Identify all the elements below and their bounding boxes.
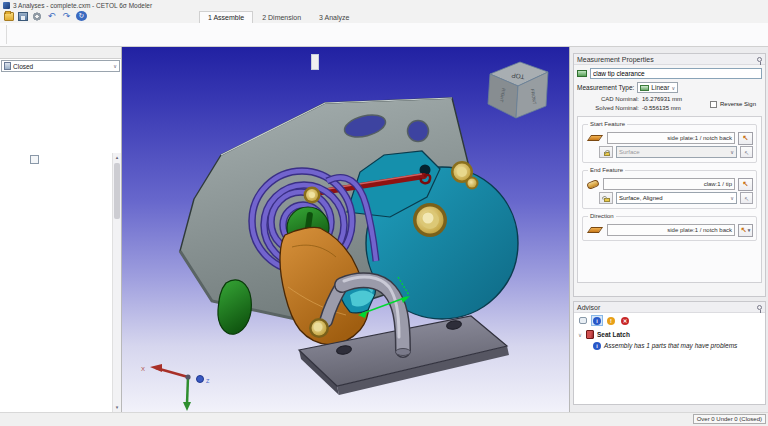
advisor-error-filter-button[interactable]: ✕ — [619, 315, 631, 326]
reverse-sign-label: Reverse Sign — [720, 101, 756, 107]
ribbon-separator — [6, 25, 7, 44]
solved-nominal-label: Solved Nominal: — [577, 104, 639, 113]
view-cube[interactable]: TOP RIGHT FRONT — [488, 62, 548, 118]
cam-pin — [309, 318, 329, 338]
measurement-name-input[interactable] — [590, 68, 762, 79]
add-dimension-button[interactable] — [30, 155, 39, 164]
info-icon: i — [593, 342, 601, 350]
measurement-type-label: Measurement Type: — [577, 84, 634, 91]
cad-nominal-value: 16.276931 mm — [642, 95, 682, 104]
settings-icon[interactable] — [32, 12, 42, 21]
ribbon-tab-1-assemble[interactable]: 1 Assemble — [199, 11, 253, 23]
solved-nominal-value: -0.556135 mm — [642, 104, 681, 113]
chevron-down-icon: ▾ — [748, 227, 751, 233]
measurement-tree — [0, 73, 121, 152]
direction-field[interactable]: side plate:1 / notch back — [607, 224, 735, 236]
state-filter-value: Closed — [13, 63, 111, 70]
measurement-type-dropdown[interactable]: Linear ∨ — [637, 82, 678, 93]
info-icon: i — [593, 317, 601, 325]
undo-icon[interactable]: ↶ — [46, 12, 57, 21]
ribbon-tab-3-analyze[interactable]: 3 Analyze — [310, 11, 358, 23]
status-over-under: Over 0 Under 0 (Closed) — [693, 414, 766, 424]
start-feature-field[interactable]: side plate:1 / notch back — [607, 132, 735, 144]
pin-icon[interactable] — [757, 305, 762, 310]
quick-access-toolbar: ↶↷↻ — [0, 11, 91, 23]
start-feature-group: Start Feature side plate:1 / notch back … — [582, 124, 757, 163]
measurement-type-value: Linear — [651, 84, 669, 91]
ribbon-tabs: 1 Assemble2 Dimension3 Analyze — [199, 11, 358, 23]
start-surface-pick-button[interactable]: ↖ — [740, 146, 753, 158]
3d-model[interactable]: TOP RIGHT FRONT X Y Z — [122, 47, 569, 412]
end-feature-label: End Feature — [588, 167, 625, 173]
tree-toolbar — [0, 153, 121, 165]
start-surface-type-dropdown[interactable]: Surface ∨ — [616, 146, 737, 158]
end-feature-pick-button[interactable]: ↖ — [738, 178, 753, 191]
plate-round-hole — [408, 121, 429, 142]
end-feature-group: End Feature claw:1 / tip ↖ Surface, Alig… — [582, 170, 757, 209]
open-folder-icon[interactable] — [4, 12, 14, 21]
window-title: 3 Analyses - complete.cxm - CETOL 6σ Mod… — [13, 2, 152, 9]
advisor-message-row[interactable]: i Assembly has 1 parts that may have pro… — [577, 340, 762, 351]
pin-icon[interactable] — [757, 57, 762, 62]
chevron-down-icon: ∨ — [730, 149, 734, 155]
plane-feature-icon — [587, 227, 603, 233]
tree-scrollbar[interactable]: ▴ ▾ — [112, 153, 121, 412]
advisor-root-label: Seat Latch — [597, 331, 630, 338]
cylinder-feature-icon — [586, 179, 600, 190]
advisor-info-filter-button[interactable]: i — [591, 315, 603, 326]
latch-hook-part[interactable] — [218, 280, 251, 334]
end-surface-type-dropdown[interactable]: Surface, Aligned ∨ — [616, 192, 737, 204]
closed-state-icon — [4, 62, 11, 70]
3d-viewport[interactable]: TOP RIGHT FRONT X Y Z — [122, 47, 569, 412]
main-area: Closed ∨ ▴ ▾ — [0, 47, 768, 412]
scroll-up-icon[interactable]: ▴ — [113, 153, 121, 162]
advisor-comments-button[interactable] — [577, 315, 589, 326]
chevron-down-icon: ∨ — [730, 195, 734, 201]
measurement-properties-panel: Measurement Properties Measurement Type:… — [573, 53, 766, 297]
ribbon-tab-2-dimension[interactable]: 2 Dimension — [253, 11, 310, 23]
triad-z-label: Z — [206, 378, 210, 384]
properties-column: Measurement Properties Measurement Type:… — [569, 47, 768, 412]
start-feature-label: Start Feature — [588, 121, 627, 127]
linear-type-icon — [640, 85, 649, 91]
advisor-warning-filter-button[interactable]: ! — [605, 315, 617, 326]
pivot-pin — [413, 203, 447, 237]
direction-group: Direction side plate:1 / notch back ↖▾ — [582, 216, 757, 241]
warning-icon: ! — [607, 317, 615, 325]
lock-closed-button[interactable] — [599, 146, 613, 158]
scrollbar-thumb[interactable] — [114, 163, 120, 219]
end-feature-field[interactable]: claw:1 / tip — [603, 178, 735, 190]
scroll-down-icon[interactable]: ▾ — [113, 403, 121, 412]
error-icon: ✕ — [621, 317, 629, 325]
start-feature-pick-button[interactable]: ↖ — [738, 132, 753, 145]
cad-nominal-label: CAD Nominal: — [577, 95, 639, 104]
expander-icon[interactable]: ∨ — [577, 332, 583, 338]
ribbon-tab-bar: ↶↷↻ 1 Assemble2 Dimension3 Analyze — [0, 10, 768, 23]
redo-icon[interactable]: ↷ — [61, 12, 72, 21]
reverse-sign-checkbox[interactable] — [710, 101, 717, 108]
advisor-message: Assembly has 1 parts that may have probl… — [604, 342, 737, 349]
end-surface-pick-button[interactable]: ↖ — [740, 192, 753, 204]
direction-label: Direction — [588, 213, 616, 219]
tree-panel-tabs — [0, 47, 121, 59]
direction-pick-button[interactable]: ↖▾ — [738, 224, 753, 237]
viewport-toolbar — [311, 54, 319, 70]
lock-open-button[interactable] — [599, 192, 613, 204]
advisor-root-row[interactable]: ∨ Seat Latch — [577, 329, 762, 340]
advisor-title: Advisor — [577, 304, 600, 311]
advisor-panel: Advisor i ! ✕ ∨ Seat Latch — [573, 301, 766, 405]
measurement-properties-title: Measurement Properties — [577, 56, 654, 63]
tree-panel: Closed ∨ ▴ ▾ — [0, 47, 122, 412]
plane-feature-icon — [587, 135, 603, 141]
sync-icon[interactable]: ↻ — [76, 11, 87, 21]
save-icon[interactable] — [18, 12, 28, 21]
orientation-triad: X Y Z — [141, 364, 210, 412]
model-tree — [0, 165, 112, 412]
app-window: 3 Analyses - complete.cxm - CETOL 6σ Mod… — [0, 0, 768, 426]
spring-pin — [304, 187, 321, 204]
state-filter-dropdown[interactable]: Closed ∨ — [1, 60, 120, 72]
chevron-down-icon: ∨ — [113, 63, 117, 69]
app-icon — [3, 2, 10, 9]
references-tab-content: Start Feature side plate:1 / notch back … — [577, 117, 762, 283]
assembly-icon — [586, 330, 594, 339]
